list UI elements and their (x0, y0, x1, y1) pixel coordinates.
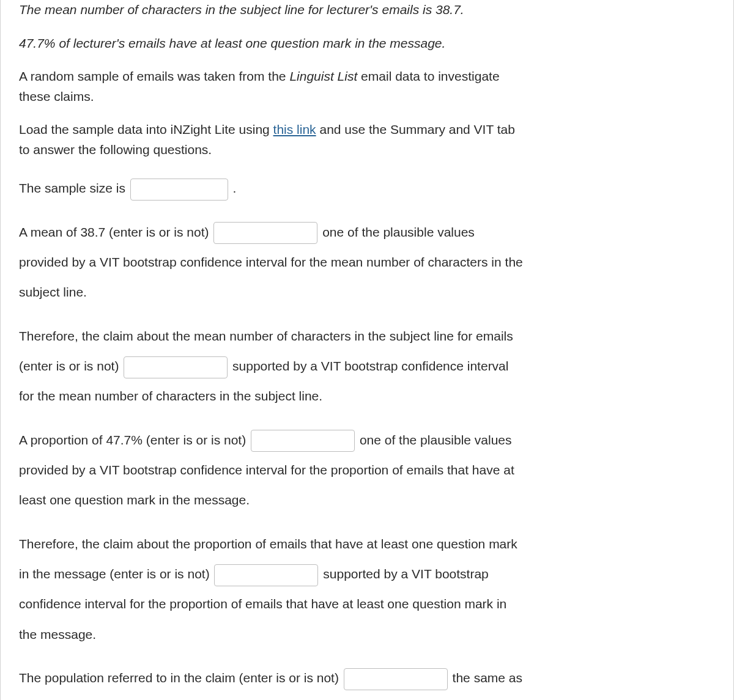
sample-size-input[interactable] (130, 179, 228, 201)
q3-mean-claim: Therefore, the claim about the mean numb… (19, 321, 524, 411)
claim-line-1: The mean number of characters in the sub… (19, 0, 524, 20)
mean-is-isnot-input[interactable] (213, 222, 317, 244)
prop-is-isnot-input[interactable] (251, 430, 355, 452)
q1-post: . (233, 181, 237, 195)
population-is-isnot-input[interactable] (344, 668, 448, 690)
q4-pre: A proportion of 47.7% (enter is or is no… (19, 433, 250, 447)
claim-line-2: 47.7% of lecturer's emails have at least… (19, 34, 524, 54)
q4-prop-plausible: A proportion of 47.7% (enter is or is no… (19, 425, 524, 515)
q1-pre: The sample size is (19, 181, 129, 195)
question-page: The mean number of characters in the sub… (0, 0, 734, 700)
q2-mean-plausible: A mean of 38.7 (enter is or is not) one … (19, 217, 524, 308)
q6-pre: The population referred to in the claim … (19, 671, 343, 685)
sample-intro: A random sample of emails was taken from… (19, 67, 524, 106)
inzight-link[interactable]: this link (273, 122, 316, 136)
q1-sample-size: The sample size is . (19, 173, 524, 203)
q5-prop-claim: Therefore, the claim about the proportio… (19, 529, 524, 649)
load-pre: Load the sample data into iNZight Lite u… (19, 122, 273, 136)
q6-population: The population referred to in the claim … (19, 663, 524, 700)
mean-claim-is-isnot-input[interactable] (124, 356, 228, 378)
q2-pre: A mean of 38.7 (enter is or is not) (19, 225, 212, 239)
load-instructions: Load the sample data into iNZight Lite u… (19, 120, 524, 160)
sample-intro-b: Linguist List (289, 69, 357, 83)
question-content: The mean number of characters in the sub… (19, 0, 524, 700)
sample-intro-a: A random sample of emails was taken from… (19, 69, 289, 83)
prop-claim-is-isnot-input[interactable] (214, 564, 318, 586)
